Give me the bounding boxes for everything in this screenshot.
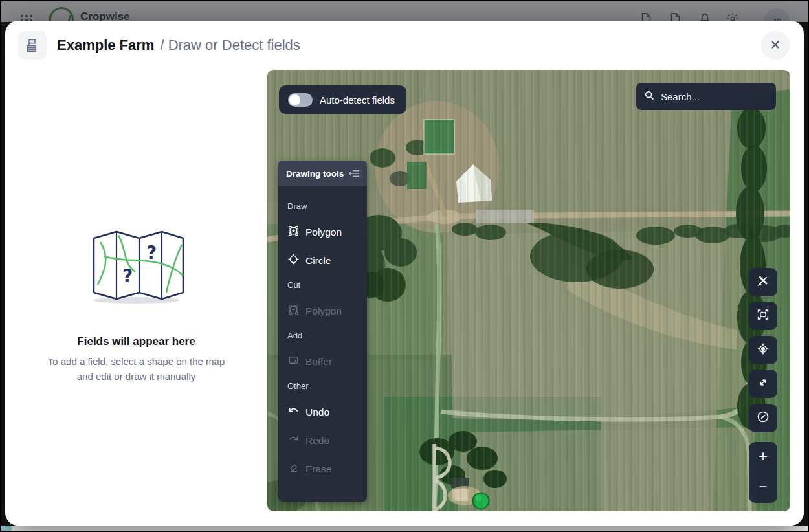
tool-redo: Redo [287,433,358,448]
section-label-other: Other [287,381,358,391]
tool-add-buffer: Buffer [287,354,358,369]
redo-icon [287,433,300,448]
modal-header: Example Farm / Draw or Detect fields [5,21,804,70]
close-icon [770,39,781,52]
svg-text:?: ? [122,265,133,287]
locate-icon [756,342,770,359]
map-search [636,83,776,110]
draw-tools-icon [756,274,770,291]
auto-detect-pill: Auto-detect fields [279,85,406,114]
search-input[interactable] [659,91,759,103]
drawing-tools-title: Drawing tools [286,169,344,179]
map-canvas[interactable]: Auto-detect fields Drawing tools Dr [267,70,790,511]
section-label-draw: Draw [287,201,358,211]
close-button[interactable] [761,31,790,60]
compass-icon [756,410,770,427]
expand-button[interactable] [749,370,777,398]
fit-fields-button[interactable] [749,302,777,330]
breadcrumb: Example Farm / Draw or Detect fields [57,21,300,70]
zoom-out-button[interactable]: − [753,477,774,496]
tool-label: Erase [305,463,332,475]
page-title: Example Farm [57,37,154,54]
farm-icon [18,31,47,60]
page-subtitle: / Draw or Detect fields [160,37,300,54]
section-label-cut: Cut [287,280,358,290]
zoom-controls: + − [749,442,777,503]
empty-state-heading: Fields will appear here [77,335,195,348]
draw-detect-fields-modal: Example Farm / Draw or Detect fields ? ? [5,21,804,526]
tool-label: Polygon [305,305,342,317]
breadcrumb-current: Draw or Detect fields [168,37,300,53]
page-background: Cropwise JS [1,1,808,531]
tool-cut-polygon: Polygon [287,304,358,318]
polygon-cut-icon [287,304,300,318]
tool-label: Polygon [305,227,342,238]
folded-map-illustration: ? ? [85,225,188,307]
toggle-knob [289,94,300,105]
erase-icon [287,461,300,476]
fit-fields-icon [756,307,770,324]
breadcrumb-separator: / [160,37,164,53]
undo-icon [287,405,300,419]
circle-draw-icon [287,253,300,268]
drawing-tools-panel: Drawing tools Draw Polygon [278,161,367,502]
buffer-icon [287,354,300,369]
drawing-tools-body: Draw Polygon Circle Cut [278,186,367,476]
background-page-fragment [1,526,808,531]
tool-erase: Erase [287,461,358,476]
draw-tools-button[interactable] [749,268,777,296]
auto-detect-label: Auto-detect fields [320,94,395,105]
auto-detect-toggle[interactable] [288,93,313,107]
locate-button[interactable] [749,336,777,364]
tool-label: Redo [305,435,329,447]
collapse-left-icon[interactable] [348,168,360,179]
empty-state: ? ? Fields will appear here To add a fie… [5,70,267,511]
tool-label: Undo [305,406,329,418]
svg-text:?: ? [146,242,157,263]
zoom-in-button[interactable]: + [752,446,774,467]
section-label-add: Add [287,331,358,340]
compass-button[interactable] [749,404,777,432]
backdrop-overlay [1,1,808,22]
tool-undo[interactable]: Undo [287,405,358,419]
search-icon [644,90,654,103]
background-page-accent [1,526,12,531]
empty-state-description: To add a field, select a shape on the ma… [46,355,227,384]
polygon-draw-icon [287,225,300,239]
tool-label: Circle [305,255,331,267]
expand-icon [756,375,770,392]
tool-label: Buffer [305,356,332,368]
drawing-tools-header: Drawing tools [278,161,367,186]
tool-draw-circle[interactable]: Circle [287,253,358,268]
tool-draw-polygon[interactable]: Polygon [287,225,358,239]
